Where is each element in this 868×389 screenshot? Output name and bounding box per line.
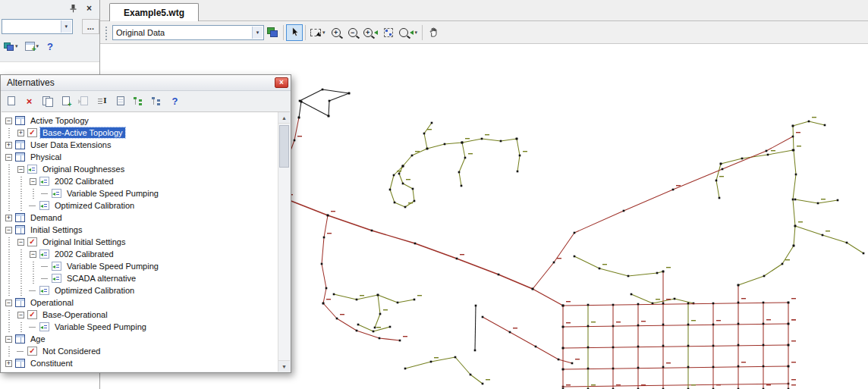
- dialog-close-button[interactable]: ×: [275, 77, 288, 88]
- help-button[interactable]: ?: [167, 93, 183, 108]
- alternatives-tree-panel: −Active Topology+✓Base-Active Topology+U…: [2, 111, 290, 372]
- tab-example5[interactable]: Example5.wtg: [109, 3, 199, 21]
- tree-leaf-connector: [27, 199, 39, 212]
- chevron-down-icon[interactable]: ▾: [61, 20, 71, 33]
- zoom-out-button[interactable]: −: [344, 24, 361, 41]
- tree-item-label: Original Roughnesses: [40, 164, 127, 174]
- tree-item-variable-speed-pumping[interactable]: Variable Speed Pumping: [3, 321, 278, 333]
- dialog-titlebar[interactable]: Alternatives ×: [1, 75, 291, 91]
- tree-item-original-roughnesses[interactable]: −Original Roughnesses: [3, 163, 278, 175]
- toolbar-grip[interactable]: [105, 25, 108, 40]
- close-icon[interactable]: ×: [86, 4, 92, 13]
- tree-item-variable-speed-pumping[interactable]: Variable Speed Pumping: [3, 187, 278, 199]
- scroll-up-button[interactable]: ▲: [278, 112, 290, 124]
- tree-expander[interactable]: −: [17, 312, 24, 318]
- tree-item-operational[interactable]: −Operational: [3, 296, 278, 309]
- tree-guide: [3, 236, 15, 248]
- pan-hand-icon: [428, 27, 439, 38]
- merge-button: [76, 93, 92, 108]
- tree-leaf-connector: [15, 345, 27, 357]
- tree-item-2002-calibrated[interactable]: −2002 Calibrated: [3, 175, 278, 187]
- tree-item-original-initial-settings[interactable]: −✓Original Initial Settings: [3, 236, 278, 248]
- tree-item-label: Base-Operational: [40, 309, 110, 320]
- pin-icon[interactable]: [69, 4, 77, 13]
- tree-expander[interactable]: −: [5, 154, 12, 161]
- tree-item-initial-settings[interactable]: −Initial Settings: [3, 224, 278, 236]
- panel-toolbar: ▾ ▾ ?: [2, 39, 99, 54]
- tree-expander[interactable]: −: [30, 178, 36, 185]
- tree-expander[interactable]: +: [5, 142, 12, 149]
- collapse-all-icon: [152, 96, 162, 106]
- tree-leaf-connector: [27, 321, 39, 333]
- vertical-scrollbar[interactable]: ▲ ▼: [278, 112, 290, 372]
- symbology-icon: [267, 27, 278, 37]
- zoom-window-arrow-icon: [374, 30, 378, 35]
- tree-item-constituent[interactable]: +Constituent: [3, 357, 278, 369]
- tree-guide: [3, 345, 15, 357]
- tree-item-demand[interactable]: +Demand: [3, 212, 278, 224]
- tree-item-variable-speed-pumping[interactable]: Variable Speed Pumping: [3, 260, 278, 272]
- tree-guide: [3, 272, 15, 284]
- tree-guide: [3, 309, 15, 321]
- tab-label: Example5.wtg: [124, 8, 184, 18]
- zoom-previous-button[interactable]: ▾: [397, 24, 420, 41]
- scrollbar-thumb[interactable]: [279, 125, 289, 168]
- alt-icon: [39, 286, 49, 295]
- delete-button[interactable]: ×: [21, 93, 37, 108]
- check-icon: ✓: [27, 347, 37, 356]
- panel-combobox[interactable]: ▾: [2, 19, 73, 34]
- chevron-down-icon[interactable]: ▾: [252, 27, 263, 39]
- tree-expander[interactable]: −: [5, 118, 12, 124]
- tree-item-user-data-extensions[interactable]: +User Data Extensions: [3, 139, 278, 151]
- zoom-window-button[interactable]: +: [361, 24, 380, 41]
- ellipsis-button[interactable]: ...: [82, 19, 99, 34]
- report-button[interactable]: [112, 93, 128, 108]
- tree-expander[interactable]: −: [17, 166, 24, 173]
- tree-leaf-connector: [39, 260, 52, 272]
- pan-button[interactable]: [425, 24, 442, 41]
- rename-button[interactable]: [94, 93, 110, 108]
- select-tool-button[interactable]: [286, 24, 303, 41]
- tree-item-not-considered[interactable]: ✓Not Considered: [3, 345, 278, 357]
- tree-expander[interactable]: −: [30, 251, 36, 258]
- tree-item-optimized-calibration[interactable]: Optimized Calibration: [3, 284, 278, 296]
- topology-icon: [15, 298, 25, 307]
- expand-all-button[interactable]: [131, 93, 146, 108]
- tree-item-2002-calibrated[interactable]: −2002 Calibrated: [3, 248, 278, 260]
- tree-expander[interactable]: −: [17, 239, 24, 246]
- zoom-extents-button[interactable]: [380, 24, 397, 41]
- scenario-combobox[interactable]: Original Data ▾: [112, 25, 264, 40]
- tree-item-label: 2002 Calibrated: [52, 249, 116, 259]
- options-dropdown-button[interactable]: ▾: [2, 39, 20, 54]
- tree-item-physical[interactable]: −Physical: [3, 151, 278, 163]
- tree-expander[interactable]: +: [17, 130, 24, 136]
- chevron-down-icon: ▾: [36, 43, 39, 49]
- scroll-down-button[interactable]: ▼: [278, 360, 290, 372]
- tree-guide: [15, 321, 27, 333]
- duplicate-button[interactable]: [39, 93, 55, 108]
- tree-item-base-operational[interactable]: −✓Base-Operational: [3, 309, 278, 321]
- tree-expander[interactable]: +: [5, 215, 12, 221]
- dock-caption-bar[interactable]: ×: [0, 0, 99, 17]
- new-child-button[interactable]: [58, 93, 74, 108]
- zoom-in-button[interactable]: +: [328, 24, 344, 41]
- tree-guide: [15, 248, 27, 260]
- symbology-button[interactable]: [264, 24, 281, 41]
- tree-item-age[interactable]: −Age: [3, 333, 278, 345]
- tree-expander[interactable]: +: [5, 360, 12, 367]
- tree-item-base-active-topology[interactable]: +✓Base-Active Topology: [3, 127, 278, 139]
- new-item-dropdown-button[interactable]: ▾: [23, 39, 42, 54]
- collapse-all-button[interactable]: [149, 93, 165, 108]
- tree-expander[interactable]: −: [5, 227, 12, 234]
- tree-expander[interactable]: −: [5, 336, 12, 343]
- topology-icon: [15, 225, 25, 234]
- panel-help-button[interactable]: ?: [43, 39, 57, 54]
- new-page-icon: [8, 96, 15, 105]
- selection-tools-button[interactable]: ▾: [308, 24, 328, 41]
- new-alternative-button[interactable]: [3, 93, 19, 108]
- tree-item-active-topology[interactable]: −Active Topology: [3, 115, 278, 127]
- tree-expander[interactable]: −: [5, 300, 12, 306]
- tree-item-scada-alternative[interactable]: SCADA alternative: [3, 272, 278, 284]
- tree-item-optimized-calibration[interactable]: Optimized Calibration: [3, 199, 278, 212]
- topology-icon: [15, 116, 25, 125]
